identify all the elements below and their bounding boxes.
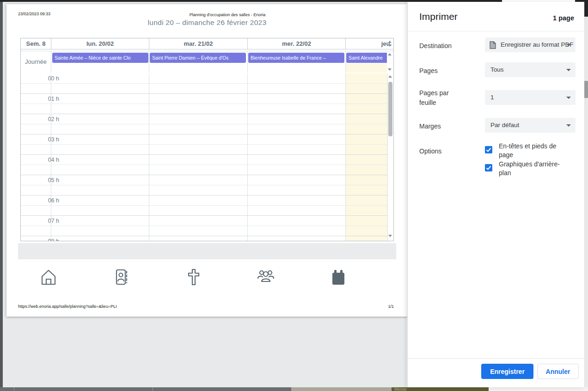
grid-scrollbar-thumb: [388, 82, 392, 136]
pages-label: Pages: [419, 66, 438, 76]
margins-value: Par défaut: [490, 122, 519, 128]
background-grid-line: [153, 387, 153, 391]
home-icon: [38, 267, 59, 287]
print-footer-page-number: 1/1: [388, 304, 394, 309]
calendar-icon: [328, 267, 349, 287]
hour-label: 02 h: [22, 114, 59, 124]
divider: [408, 358, 584, 359]
print-preview-area: 23/02/2023 09:33 Planning d'occupation d…: [3, 2, 407, 387]
pages-select[interactable]: Tous: [485, 62, 576, 77]
contacts-icon: [111, 267, 131, 287]
print-footer-url: https://web.enoria.app/salle/planning?sa…: [18, 304, 117, 309]
hour-label: 05 h: [22, 175, 59, 185]
chevron-down-icon: [566, 124, 571, 127]
destination-value: Enregistrer au format PDF: [501, 41, 574, 48]
chevron-down-icon: [566, 69, 571, 71]
hour-label: 08 h: [22, 236, 59, 241]
allday-event: Saint Pierre Damien – Évêque d'Os: [150, 53, 246, 63]
grid-scroll-up-icon: [388, 75, 392, 78]
divider: [408, 31, 584, 31]
background-cell: [291, 387, 392, 391]
background-page-bottom-edge: Messe: [0, 387, 588, 391]
save-button[interactable]: Enregistrer: [481, 364, 533, 379]
chevron-down-icon: [566, 44, 571, 46]
day-header-monday: lun. 20/02: [51, 38, 149, 49]
page-background-band: [18, 243, 396, 259]
allday-scroll-up-icon: [388, 53, 392, 55]
pages-per-sheet-label: Pages par feuille: [419, 88, 461, 108]
planning-table-header: Sem. 8 lun. 20/02 mar. 21/02 mer. 22/02 …: [21, 38, 393, 49]
hour-label: 06 h: [22, 196, 59, 206]
grid-scroll-down-icon: [388, 235, 392, 237]
margins-label: Marges: [419, 122, 441, 131]
print-dialog-panel: Imprimer 1 page Destination Enregistrer …: [407, 2, 584, 387]
print-preview-sheet: 23/02/2023 09:33 Planning d'occupation d…: [6, 4, 408, 317]
background-page-scrollbar-thumb: [584, 81, 588, 98]
destination-label: Destination: [419, 41, 452, 51]
hour-label: 07 h: [22, 216, 59, 226]
hour-label: 03 h: [22, 134, 59, 145]
planning-week-title: lundi 20 – dimanche 26 février 2023: [6, 18, 408, 27]
allday-row: Journée Sainte Aimée – Nièce de sainte C…: [21, 51, 393, 72]
pages-per-sheet-select[interactable]: 1: [485, 90, 576, 105]
print-header-title: Planning d'occupation des salles - Enori…: [6, 12, 408, 17]
hour-label: 00 h: [22, 73, 59, 84]
planning-table: Sem. 8 lun. 20/02 mar. 21/02 mer. 22/02 …: [20, 38, 394, 241]
background-grid-line: [14, 387, 14, 391]
hour-label: 01 h: [22, 94, 59, 104]
allday-event: Sainte Aimée – Nièce de sainte Clo: [52, 53, 148, 63]
day-header-thursday: jeu. 23/02: [346, 38, 394, 49]
day-header-tuesday: mar. 21/02: [149, 38, 247, 49]
chevron-down-icon: [566, 97, 571, 99]
headers-footers-checkbox-label[interactable]: En-têtes et pieds de page: [499, 142, 568, 159]
day-header-wednesday: mer. 22/02: [248, 38, 345, 49]
header-scroll-up-icon: [388, 41, 392, 43]
background-cell: [489, 387, 588, 391]
margins-select[interactable]: Par défaut: [485, 118, 576, 133]
headers-footers-checkbox[interactable]: [485, 146, 492, 153]
cross-icon: [184, 267, 204, 287]
destination-select[interactable]: Enregistrer au format PDF: [485, 37, 576, 52]
background-graphics-checkbox[interactable]: [485, 164, 492, 171]
background-graphics-checkbox-label[interactable]: Graphiques d'arrière-plan: [499, 160, 568, 177]
pages-per-sheet-value: 1: [490, 94, 494, 101]
today-allday-cell: [346, 63, 387, 73]
sheet-count: 1 page: [553, 14, 574, 22]
people-icon: [256, 267, 276, 287]
allday-event: Bienheureuse Isabelle de France –: [248, 53, 344, 63]
header-scroll-down-icon: [388, 44, 392, 47]
hour-grid: 00 h01 h02 h03 h04 h05 h06 h07 h08 h: [21, 73, 393, 241]
allday-event: Saint Alexandre: [346, 53, 387, 63]
pages-value: Tous: [490, 66, 504, 73]
dialog-title: Imprimer: [419, 11, 458, 22]
allday-row-label: Journée: [21, 51, 51, 73]
background-event-messe: Messe: [392, 387, 489, 391]
grid-rows: 00 h01 h02 h03 h04 h05 h06 h07 h08 h: [21, 73, 393, 241]
background-page-scrollbar-track: [584, 17, 588, 387]
cancel-button[interactable]: Annuler: [537, 364, 579, 379]
options-label: Options: [419, 147, 441, 156]
background-event-label: Messe: [394, 387, 407, 391]
hour-label: 04 h: [22, 155, 59, 165]
week-number-header: Sem. 8: [21, 38, 51, 49]
allday-scroll-down-icon: [388, 68, 392, 71]
